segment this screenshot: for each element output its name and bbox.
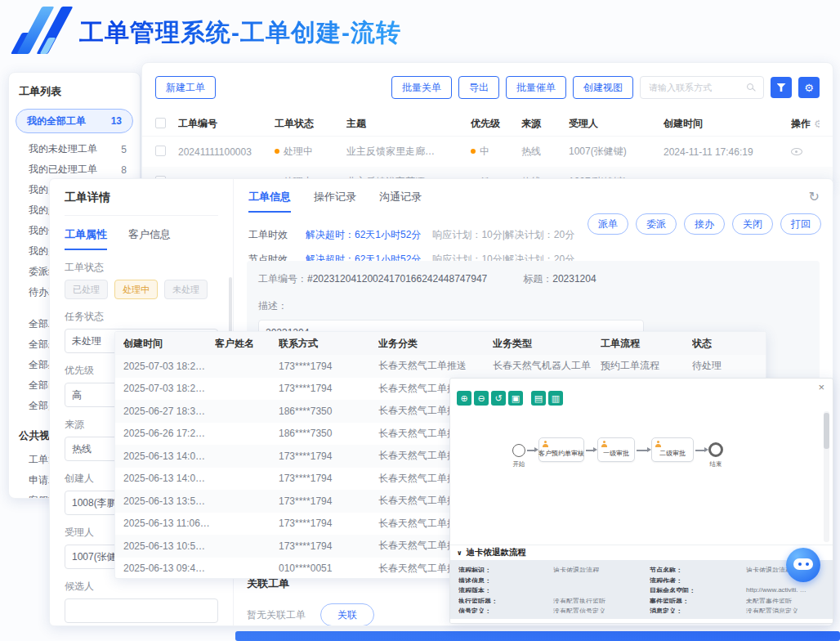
flow-prop-label: 流程版本：: [458, 586, 553, 593]
order-action-button[interactable]: 委派: [636, 213, 677, 235]
list-action-button[interactable]: 创建视图: [573, 76, 633, 99]
cell-source: 热线: [521, 145, 569, 159]
flow-info-header[interactable]: ∨ 迪卡侬退款流程: [450, 545, 833, 560]
column-header: 客户姓名: [215, 337, 279, 351]
cell-phone: 186****7350: [279, 428, 378, 439]
tab-order-info[interactable]: 工单信息: [248, 190, 291, 213]
field-input[interactable]: [65, 598, 218, 623]
cell-order-id: 20241111100003: [178, 146, 275, 158]
close-icon[interactable]: ×: [818, 381, 824, 393]
priority-dot: [471, 149, 476, 154]
search-box: [640, 76, 764, 99]
order-action-button[interactable]: 打回: [780, 213, 821, 235]
start-event-node[interactable]: [512, 444, 525, 457]
export-xml-icon[interactable]: ▥: [548, 391, 563, 406]
cell-priority: 中: [471, 145, 521, 159]
column-settings-button[interactable]: ⚙: [798, 77, 820, 98]
status-dot: [275, 149, 279, 154]
view-icon[interactable]: [791, 148, 802, 155]
row-checkbox[interactable]: [155, 146, 166, 156]
flow-properties: 流程标识：迪卡侬退款流程节点名称：迪卡侬退款流程描述信息：流程作者：流程版本：目…: [450, 560, 833, 619]
relate-button[interactable]: 关联: [320, 603, 374, 626]
flow-diagram-panel: × ⊕⊖↺▣▤▥ 开始 客户预约单审核 一级审批 二级审批 结束 ∨ 迪卡侬退款…: [449, 378, 833, 624]
sidebar-title: 工单列表: [9, 73, 140, 107]
list-action-button[interactable]: 导出: [458, 76, 499, 99]
field-label: 候选人: [65, 580, 218, 594]
window-edge-bar: [235, 631, 840, 641]
flow-prop-value: 迪卡侬退款流程: [553, 566, 650, 572]
flow-toolbar: ⊕⊖↺▣▤▥: [457, 391, 563, 406]
flow-prop-value: 没有配置信号定义: [553, 607, 650, 613]
assistant-robot-icon[interactable]: [786, 548, 820, 582]
status-pill[interactable]: 未处理: [164, 280, 208, 299]
sidebar-item[interactable]: 我的已处理工单8: [9, 159, 140, 180]
tab-comm-record[interactable]: 沟通记录: [379, 190, 422, 213]
user-task-icon: [543, 441, 548, 447]
flow-info-title: 迪卡侬退款流程: [467, 547, 527, 558]
task-node-3[interactable]: 二级审批: [651, 437, 694, 462]
sidebar-item-count: 13: [111, 115, 122, 127]
cell-flow: 预约工单流程: [601, 359, 692, 373]
search-input[interactable]: [647, 82, 739, 93]
cell-created: 2025-06-13 14:07:26: [123, 450, 215, 462]
detail-left-tabs: 工单属性客户信息: [65, 227, 218, 250]
column-header: 优先级: [471, 117, 521, 131]
tab-customer-info[interactable]: 客户信息: [128, 227, 171, 250]
tab-order-props[interactable]: 工单属性: [65, 227, 107, 250]
desc-label: 描述：: [258, 299, 808, 313]
order-action-button[interactable]: 接办: [684, 213, 725, 235]
header-checkbox[interactable]: [155, 118, 166, 128]
status-pill[interactable]: 已处理: [65, 280, 108, 299]
column-header: 受理人: [569, 117, 664, 131]
flow-prop-label: 描述信息：: [458, 576, 553, 583]
diagram-scrollbar[interactable]: [824, 411, 829, 542]
column-header: 主题: [346, 117, 471, 131]
cell-phone: 173****1794: [279, 518, 378, 529]
new-order-button[interactable]: 新建工单: [155, 76, 216, 99]
search-icon[interactable]: [747, 83, 753, 90]
order-action-button[interactable]: 派单: [588, 213, 628, 235]
sidebar-item[interactable]: 我的全部工单13: [16, 109, 133, 133]
column-header: 创建时间: [664, 117, 791, 131]
zoom-out-icon[interactable]: ⊖: [474, 391, 489, 406]
tab-op-record[interactable]: 操作记录: [314, 190, 356, 213]
status-pill[interactable]: 处理中: [114, 280, 158, 299]
cell-actions: [791, 148, 820, 155]
order-action-button[interactable]: 关闭: [732, 213, 773, 235]
zoom-in-icon[interactable]: ⊕: [457, 391, 471, 406]
column-header: 业务类型: [493, 337, 601, 351]
table-row[interactable]: 2025-07-03 18:25:35173****1794长春天然气工单推送长…: [115, 355, 766, 378]
cell-created: 2024-11-11 17:46:19: [664, 146, 791, 158]
cell-type: 长春天然气机器人工单: [493, 359, 601, 373]
flow-prop-value: 没有配置执行监听: [553, 597, 650, 603]
order-status-label: 工单状态: [65, 261, 218, 275]
cell-status: 待处理: [692, 359, 726, 373]
task-node-1[interactable]: 客户预约单审核: [538, 437, 584, 462]
sla-plan: 响应计划：10分|解决计划：20分: [432, 228, 574, 242]
app-logo: [13, 5, 77, 57]
flow-prop-label: 执行监听器：: [458, 597, 553, 603]
list-action-button[interactable]: 批量催单: [506, 76, 566, 99]
zoom-reset-icon[interactable]: ↺: [491, 391, 506, 406]
task-node-2[interactable]: 一级审批: [597, 437, 635, 462]
filter-button[interactable]: [771, 77, 792, 98]
related-orders-section: 关联工单 暂无关联工单 关联: [247, 576, 374, 626]
refresh-icon[interactable]: ↻: [809, 189, 820, 204]
end-event-node[interactable]: [708, 442, 723, 457]
table-row[interactable]: 20241111100003处理中业主反馈家里走廊…中热线1007(张健键)20…: [142, 137, 833, 167]
fit-screen-icon[interactable]: ▣: [508, 391, 523, 406]
start-label: 开始: [507, 460, 531, 468]
order-list-card: 新建工单 批量关单导出批量催单创建视图 ⚙ 工单编号工单状态主题优先级来源受理人…: [141, 62, 833, 186]
flow-prop-label: 消息定义：: [650, 607, 746, 613]
related-empty-text: 暂无关联工单: [247, 608, 306, 622]
list-action-button[interactable]: 批量关单: [391, 76, 452, 99]
sidebar-item[interactable]: 我的未处理工单5: [9, 139, 140, 159]
export-image-icon[interactable]: ▤: [531, 391, 546, 406]
cell-phone: 173****1794: [279, 540, 378, 552]
status-pills: 已处理处理中未处理: [65, 280, 218, 299]
mid-table-header: 创建时间客户姓名联系方式业务分类业务类型工单流程状态: [115, 332, 766, 355]
order-title: 标题：20231204: [523, 272, 596, 286]
flow-prop-label: 流程作者：: [650, 576, 746, 583]
gear-icon[interactable]: ⚙: [814, 118, 820, 130]
page-title: 工单管理系统-工单创建-流转: [79, 16, 401, 50]
